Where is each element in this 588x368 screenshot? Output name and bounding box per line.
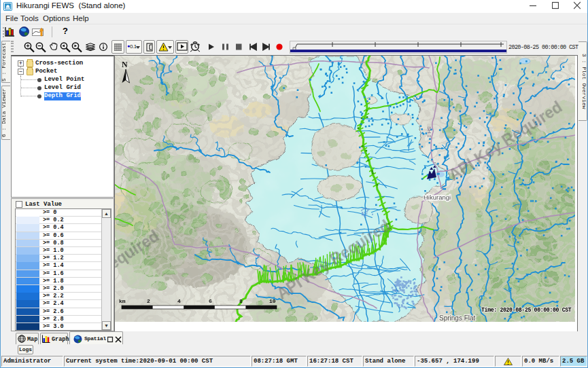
svg-text:6: 6: [209, 298, 212, 304]
svg-text:Springs Flat: Springs Flat: [439, 314, 476, 322]
svg-text:Hikurangi: Hikurangi: [423, 194, 451, 201]
svg-text:10: 10: [269, 298, 276, 304]
svg-text:4: 4: [177, 298, 181, 304]
svg-text:SH 1: SH 1: [426, 126, 432, 138]
svg-text:8: 8: [239, 298, 243, 304]
svg-text:km: km: [119, 298, 126, 304]
svg-text:N: N: [122, 60, 128, 69]
svg-text:2: 2: [147, 298, 150, 304]
svg-text:Time: 2020-08-25 00:00:00 CST: Time: 2020-08-25 00:00:00 CST: [481, 307, 572, 313]
